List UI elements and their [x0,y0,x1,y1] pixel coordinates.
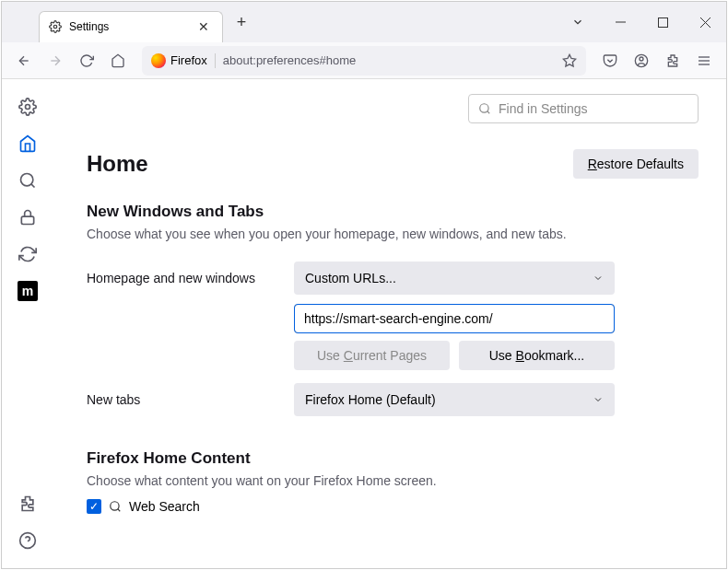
search-icon [478,102,491,115]
svg-point-19 [480,104,488,112]
extensions-icon[interactable] [658,46,687,76]
reload-button[interactable] [72,46,101,76]
gear-icon [49,20,62,33]
maximize-button[interactable] [641,5,684,40]
sidebar-item-home[interactable] [11,127,44,160]
sidebar-item-privacy[interactable] [11,201,44,234]
chevron-down-icon[interactable] [557,5,599,40]
pocket-icon[interactable] [595,46,625,76]
url-bar[interactable]: Firefox about:preferences#home [142,46,586,76]
svg-rect-16 [21,216,33,224]
tab-settings[interactable]: Settings ✕ [39,11,223,42]
section-new-windows-title: New Windows and Tabs [87,203,699,221]
chevron-down-icon [593,394,604,405]
chevron-down-icon [593,273,604,284]
newtabs-label: New tabs [87,392,294,407]
close-tab-icon[interactable]: ✕ [194,17,213,36]
find-placeholder: Find in Settings [499,101,588,116]
sidebar-item-extensions[interactable] [11,487,44,520]
svg-point-9 [640,57,643,61]
forward-button[interactable] [41,46,70,76]
use-bookmark-button[interactable]: Use Bookmark... [459,341,615,370]
tab-strip: Settings ✕ + [2,3,254,42]
nav-toolbar: Firefox about:preferences#home [2,42,726,79]
sidebar-item-search[interactable] [11,164,44,197]
svg-point-0 [53,25,57,29]
settings-main: Find in Settings Home Restore Defaults N… [53,79,726,568]
titlebar: Settings ✕ + [2,2,726,42]
page-title: Home [87,151,148,177]
back-button[interactable] [9,46,39,76]
find-settings-input[interactable]: Find in Settings [468,94,699,123]
use-current-pages-button[interactable]: Use Current Pages [294,341,450,370]
menu-icon[interactable] [689,46,719,76]
svg-line-15 [31,184,35,188]
svg-marker-7 [563,54,575,66]
newtabs-select[interactable]: Firefox Home (Default) [294,383,615,416]
websearch-label: Web Search [129,499,200,514]
section-fhc-desc: Choose what content you want on your Fir… [87,473,699,488]
svg-point-21 [111,502,119,510]
svg-rect-2 [658,17,667,27]
section-fhc-title: Firefox Home Content [87,449,699,468]
search-icon [109,500,122,513]
homepage-label: Homepage and new windows [87,271,294,285]
homepage-mode-select[interactable]: Custom URLs... [294,262,615,295]
minimize-button[interactable] [599,5,641,40]
window-controls [557,5,726,40]
svg-point-14 [21,174,33,186]
firefox-logo-icon [151,53,166,68]
new-tab-button[interactable]: + [229,9,254,35]
identity-label: Firefox [170,53,207,67]
sidebar-item-more[interactable]: m [11,274,44,308]
settings-sidebar: m [2,79,53,568]
star-icon[interactable] [562,53,577,68]
svg-line-22 [118,509,121,512]
tab-title: Settings [69,20,187,33]
content-area: m Find in Settings Home Restore Defaults… [2,79,726,568]
svg-point-13 [26,105,30,110]
sidebar-item-sync[interactable] [11,238,44,271]
homepage-url-input[interactable] [294,304,615,333]
select-value: Custom URLs... [305,271,396,285]
sidebar-item-help[interactable] [11,524,44,557]
account-icon[interactable] [627,46,656,76]
section-new-windows-desc: Choose what you see when you open your h… [87,227,699,241]
websearch-checkbox[interactable]: ✓ [87,499,101,514]
restore-defaults-button[interactable]: Restore Defaults [573,149,699,179]
home-button[interactable] [103,46,133,76]
select-value: Firefox Home (Default) [305,392,436,407]
url-text: about:preferences#home [223,53,555,67]
svg-line-20 [487,111,490,114]
sidebar-item-general[interactable] [11,90,44,123]
url-identity[interactable]: Firefox [151,53,216,68]
close-button[interactable] [684,5,726,40]
m-icon: m [18,281,38,301]
